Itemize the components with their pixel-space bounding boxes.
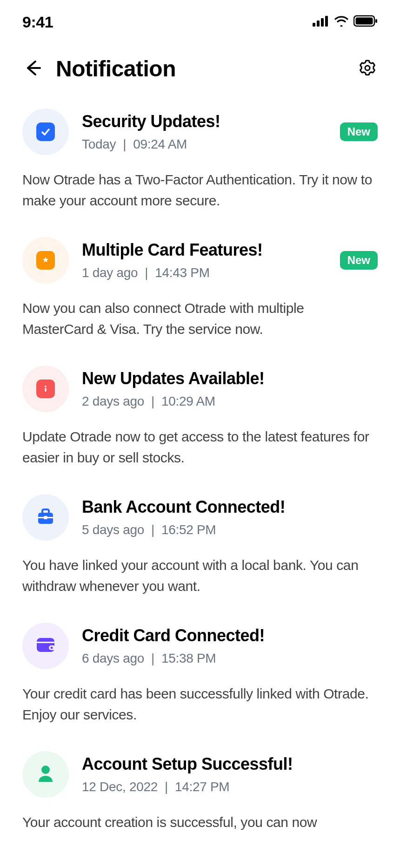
- notification-title: New Updates Available!: [82, 369, 378, 388]
- notification-body: Your credit card has been successfully l…: [22, 683, 378, 725]
- svg-rect-14: [44, 516, 47, 519]
- back-icon[interactable]: [22, 58, 43, 80]
- notification-title: Credit Card Connected!: [82, 626, 378, 645]
- info-icon: [36, 380, 55, 398]
- svg-rect-6: [375, 19, 377, 23]
- svg-rect-2: [321, 18, 324, 27]
- notification-meta: Today | 09:24 AM: [82, 137, 327, 152]
- notification-title: Account Setup Successful!: [82, 754, 378, 774]
- notification-item[interactable]: Multiple Card Features! 1 day ago | 14:4…: [22, 224, 378, 353]
- notification-body: Now Otrade has a Two-Factor Authenticati…: [22, 169, 378, 211]
- svg-rect-12: [42, 509, 49, 514]
- wifi-icon: [334, 15, 349, 28]
- cellular-icon: [313, 15, 329, 28]
- briefcase-icon: [34, 505, 57, 529]
- notification-item[interactable]: Bank Account Connected! 5 days ago | 16:…: [22, 481, 378, 610]
- svg-rect-0: [313, 23, 315, 27]
- notification-body: Now you can also connect Otrade with mul…: [22, 298, 378, 339]
- status-time: 9:41: [22, 13, 53, 31]
- notification-icon-circle: [22, 237, 69, 284]
- status-icons: [313, 15, 378, 29]
- notification-title: Security Updates!: [82, 112, 327, 131]
- shield-check-icon: [36, 122, 55, 141]
- svg-rect-5: [356, 18, 373, 25]
- notification-meta: 12 Dec, 2022 | 14:27 PM: [82, 780, 378, 794]
- notification-title: Bank Account Connected!: [82, 497, 378, 517]
- notification-item[interactable]: Credit Card Connected! 6 days ago | 15:3…: [22, 610, 378, 738]
- svg-rect-3: [325, 16, 328, 27]
- new-badge: New: [340, 251, 378, 270]
- gear-icon[interactable]: [357, 58, 378, 80]
- notification-meta: 6 days ago | 15:38 PM: [82, 651, 378, 666]
- notification-icon-circle: [22, 751, 69, 798]
- notification-icon-circle: [22, 108, 69, 155]
- notification-item[interactable]: New Updates Available! 2 days ago | 10:2…: [22, 353, 378, 481]
- notification-title: Multiple Card Features!: [82, 240, 327, 260]
- notification-item[interactable]: Account Setup Successful! 12 Dec, 2022 |…: [22, 738, 378, 846]
- ticket-star-icon: [36, 251, 55, 270]
- new-badge: New: [340, 122, 378, 141]
- notification-icon-circle: [22, 366, 69, 412]
- notification-body: Your account creation is successful, you…: [22, 812, 378, 833]
- svg-point-18: [51, 647, 53, 649]
- svg-point-19: [41, 766, 50, 774]
- svg-rect-1: [317, 20, 320, 27]
- notification-body: You have linked your account with a loca…: [22, 555, 378, 597]
- notification-icon-circle: [22, 623, 69, 669]
- wallet-icon: [35, 635, 56, 657]
- app-header: Notification: [0, 37, 400, 95]
- notification-list: Security Updates! Today | 09:24 AM New N…: [0, 95, 400, 846]
- notification-meta: 5 days ago | 16:52 PM: [82, 522, 378, 537]
- battery-icon: [353, 15, 378, 29]
- svg-rect-16: [37, 642, 54, 643]
- notification-meta: 1 day ago | 14:43 PM: [82, 265, 327, 280]
- status-bar: 9:41: [0, 0, 400, 37]
- notification-body: Update Otrade now to get access to the l…: [22, 426, 378, 468]
- notification-meta: 2 days ago | 10:29 AM: [82, 394, 378, 409]
- user-icon: [36, 763, 55, 786]
- svg-rect-10: [45, 388, 46, 392]
- notification-icon-circle: [22, 494, 69, 541]
- page-title: Notification: [56, 56, 344, 81]
- svg-point-9: [45, 386, 47, 387]
- svg-point-8: [365, 66, 370, 70]
- notification-item[interactable]: Security Updates! Today | 09:24 AM New N…: [22, 95, 378, 224]
